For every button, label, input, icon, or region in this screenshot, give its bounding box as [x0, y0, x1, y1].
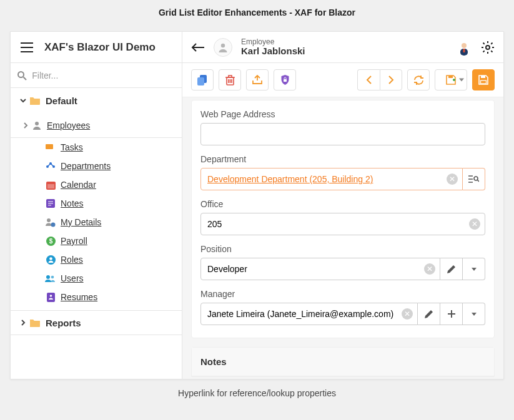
pencil-icon — [447, 265, 456, 274]
back-button[interactable] — [191, 42, 205, 52]
gear-icon — [481, 41, 495, 54]
manager-dropdown-button[interactable] — [463, 303, 485, 325]
calendar-icon — [44, 180, 57, 190]
hamburger-menu-button[interactable] — [16, 40, 38, 55]
shield-lock-icon — [280, 75, 290, 85]
save-button[interactable] — [472, 69, 495, 90]
record-name: Karl Jablonski — [241, 46, 305, 57]
sidebar-item-label: Payroll — [61, 236, 87, 246]
sidebar-item-label: Roles — [61, 255, 83, 265]
sidebar-item-resumes[interactable]: Resumes — [11, 288, 182, 306]
group-reports[interactable]: Reports — [11, 310, 182, 335]
save-icon — [478, 75, 488, 85]
prev-record-button[interactable] — [357, 69, 380, 90]
sidebar-item-departments[interactable]: Departments — [11, 157, 182, 175]
svg-rect-29 — [448, 76, 453, 78]
field-label: Department — [200, 154, 485, 164]
settings-button[interactable] — [481, 41, 495, 54]
my-details-icon — [44, 218, 57, 227]
svg-point-19 — [49, 295, 52, 297]
svg-point-20 — [221, 43, 225, 47]
export-button[interactable] — [246, 69, 269, 90]
chevron-down-icon — [17, 97, 29, 104]
search-icon — [17, 71, 27, 81]
position-edit-button[interactable] — [440, 258, 463, 280]
folder-icon — [29, 96, 41, 105]
breadcrumb: Employee Karl Jablonski — [241, 38, 305, 57]
field-position: Position ✕ — [200, 244, 485, 280]
department-input[interactable] — [200, 168, 463, 190]
refresh-icon — [413, 76, 424, 85]
sidebar-item-roles[interactable]: Roles — [11, 250, 182, 269]
manager-input[interactable] — [200, 303, 418, 325]
svg-point-11 — [51, 222, 56, 227]
save-menu-button[interactable] — [435, 69, 467, 90]
sidebar-item-label: Tasks — [61, 142, 83, 152]
clear-button[interactable]: ✕ — [402, 308, 413, 320]
next-record-button[interactable] — [380, 69, 402, 90]
sidebar-item-label: My Details — [61, 217, 101, 227]
sidebar-item-calendar[interactable]: Calendar — [11, 175, 182, 194]
chevron-right-icon — [17, 319, 29, 326]
clear-button[interactable]: ✕ — [424, 263, 435, 275]
permissions-button[interactable] — [274, 69, 296, 90]
svg-point-2 — [35, 122, 39, 125]
sidebar-item-users[interactable]: Users — [11, 269, 182, 288]
chevron-right-icon — [388, 76, 394, 84]
svg-line-1 — [24, 77, 27, 80]
sidebar-filter-input[interactable] — [32, 71, 175, 81]
resumes-icon — [44, 293, 57, 302]
record-type-avatar — [214, 38, 232, 57]
person-icon — [32, 120, 42, 130]
duplicate-button[interactable] — [191, 69, 214, 90]
caption: Hyperlink for reference/lookup propertie… — [0, 379, 514, 407]
clear-button[interactable]: ✕ — [447, 173, 458, 185]
refresh-button[interactable] — [407, 69, 430, 90]
sidebar-item-label: Departments — [61, 161, 111, 171]
record-type: Employee — [241, 38, 305, 46]
group-default-label: Default — [46, 95, 77, 106]
position-input[interactable] — [200, 258, 440, 280]
web-page-address-input[interactable] — [200, 123, 485, 145]
sidebar-item-notes[interactable]: Notes — [11, 194, 182, 213]
tasks-icon — [44, 144, 57, 152]
sidebar-filter[interactable] — [11, 63, 182, 88]
svg-rect-28 — [284, 79, 287, 82]
departments-icon — [44, 162, 57, 170]
group-default[interactable]: Default — [11, 88, 182, 113]
sidebar-item-label: Resumes — [61, 292, 97, 302]
position-dropdown-button[interactable] — [463, 258, 485, 280]
svg-point-10 — [47, 218, 51, 222]
svg-point-24 — [486, 46, 490, 49]
main-pane: Employee Karl Jablonski — [182, 32, 503, 379]
details-card: Web Page Address Department ✕ — [191, 100, 495, 338]
users-icon — [44, 275, 57, 283]
sidebar-item-payroll[interactable]: $ Payroll — [11, 232, 182, 250]
duplicate-icon — [197, 75, 208, 85]
form-area[interactable]: Web Page Address Department ✕ — [182, 97, 503, 379]
field-office: Office ✕ — [200, 199, 485, 235]
sidebar-item-employees[interactable]: Employees — [11, 113, 182, 138]
sidebar-item-label: Users — [61, 273, 84, 283]
sidebar-item-my-details[interactable]: My Details — [11, 213, 182, 232]
search-list-icon — [468, 175, 479, 184]
delete-button[interactable] — [219, 69, 241, 90]
clear-button[interactable]: ✕ — [469, 218, 480, 230]
svg-rect-31 — [481, 81, 487, 84]
notes-header: Notes — [192, 348, 494, 376]
caret-down-icon — [472, 313, 477, 316]
manager-edit-button[interactable] — [418, 303, 440, 325]
current-user-avatar[interactable] — [456, 39, 472, 56]
manager-add-button[interactable] — [440, 303, 463, 325]
office-input[interactable] — [200, 213, 485, 235]
svg-rect-26 — [197, 77, 204, 85]
field-label: Manager — [200, 289, 485, 299]
sidebar-item-tasks[interactable]: Tasks — [11, 138, 182, 157]
page-heading: Grid List Editor Enhancements - XAF for … — [0, 0, 514, 31]
app-title: XAF's Blazor UI Demo — [44, 41, 156, 54]
save-new-icon — [446, 75, 456, 85]
svg-rect-3 — [46, 144, 53, 149]
department-search-button[interactable] — [463, 168, 485, 190]
avatar-icon — [457, 41, 472, 56]
svg-point-21 — [462, 43, 467, 48]
